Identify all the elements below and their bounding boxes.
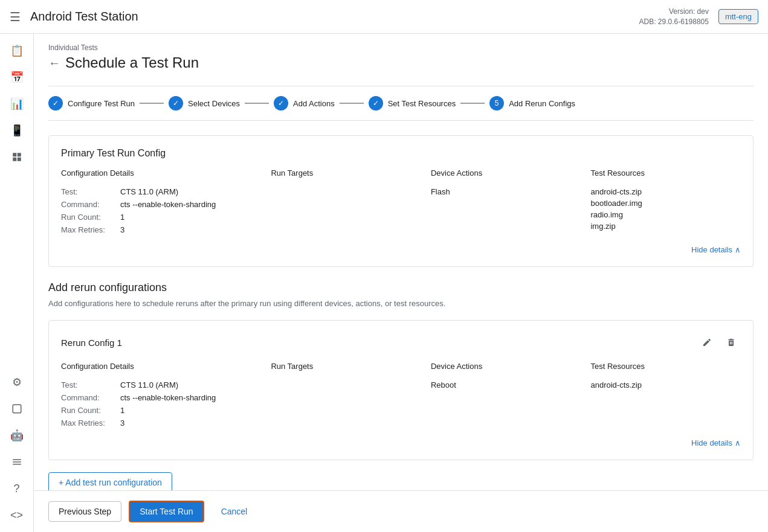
- primary-runcount-label: Run Count:: [61, 213, 115, 222]
- start-test-run-button[interactable]: Start Test Run: [129, 501, 204, 522]
- primary-col-data: Test: CTS 11.0 (ARM) Command: cts --enab…: [61, 187, 741, 238]
- rerun-section: Add rerun configurations Add configurati…: [48, 281, 753, 490]
- rerun-config-col-header: Configuration Details: [61, 362, 261, 371]
- rerun-test-value: CTS 11.0 (ARM): [120, 380, 178, 389]
- primary-maxretries-value: 3: [120, 225, 124, 234]
- step-add-actions: ✓ Add Actions: [274, 96, 335, 111]
- primary-test-resources-header: Test Resources: [590, 168, 741, 178]
- primary-run-targets: [271, 187, 421, 238]
- stepper: ✓ Configure Test Run ✓ Select Devices ✓ …: [48, 86, 753, 121]
- menu-icon[interactable]: ☰: [10, 10, 21, 24]
- rerun-section-desc: Add configurations here to schedule reru…: [48, 299, 753, 308]
- rerun-maxretries-value: 3: [120, 418, 124, 428]
- step-2-label: Select Devices: [188, 99, 240, 108]
- rerun-runcount-row: Run Count: 1: [61, 406, 261, 415]
- primary-config-card: Primary Test Run Config Configuration De…: [48, 135, 753, 267]
- primary-maxretries-label: Max Retries:: [61, 225, 115, 234]
- primary-runcount-value: 1: [120, 213, 124, 222]
- primary-device-actions-header: Device Actions: [431, 168, 581, 178]
- mtt-eng-badge[interactable]: mtt-eng: [718, 9, 758, 24]
- page-title: Schedule a Test Run: [65, 54, 199, 71]
- rerun-run-targets-header: Run Targets: [271, 362, 421, 371]
- sidebar-item-grid[interactable]: [5, 145, 29, 169]
- breadcrumb: Individual Tests: [48, 43, 753, 52]
- connector-4: [460, 103, 485, 104]
- sidebar-item-window[interactable]: [5, 397, 29, 421]
- sidebar-item-gear[interactable]: ⚙: [5, 370, 29, 394]
- step-4-label: Set Test Resources: [388, 99, 456, 108]
- rerun-command-value: cts --enable-token-sharding: [120, 393, 216, 402]
- rerun-col-headers: Configuration Details Run Targets Device…: [61, 362, 741, 376]
- step-3-circle: ✓: [274, 96, 288, 111]
- rerun-resource-0: android-cts.zip: [590, 380, 741, 389]
- primary-config-title: Primary Test Run Config: [61, 148, 741, 159]
- primary-test-resources: android-cts.zip bootloader.img radio.img…: [590, 187, 741, 238]
- sidebar-item-chart[interactable]: 📊: [5, 92, 29, 116]
- primary-resource-1: bootloader.img: [590, 199, 741, 208]
- cancel-button[interactable]: Cancel: [211, 502, 257, 521]
- rerun-edit-button[interactable]: [697, 333, 717, 352]
- primary-resource-3: img.zip: [590, 222, 741, 231]
- primary-device-actions: Flash: [431, 187, 581, 238]
- primary-command-label: Command:: [61, 200, 115, 209]
- primary-run-targets-header: Run Targets: [271, 168, 421, 178]
- version-label: Version: dev: [639, 7, 709, 17]
- connector-1: [140, 103, 164, 104]
- primary-maxretries-row: Max Retries: 3: [61, 225, 261, 234]
- rerun-delete-button[interactable]: [721, 333, 741, 352]
- step-set-resources: ✓ Set Test Resources: [369, 96, 456, 111]
- rerun-maxretries-label: Max Retries:: [61, 418, 115, 428]
- page-header: ← Schedule a Test Run: [48, 54, 753, 71]
- step-4-circle: ✓: [369, 96, 383, 111]
- step-2-circle: ✓: [169, 96, 183, 111]
- back-button[interactable]: ←: [48, 57, 60, 69]
- step-5-label: Add Rerun Configs: [509, 99, 575, 108]
- rerun-hide-details-link[interactable]: Hide details ∧: [691, 438, 741, 447]
- step-1-circle: ✓: [48, 96, 63, 111]
- add-config-button[interactable]: + Add test run configuration: [48, 472, 172, 490]
- rerun-device-actions-header: Device Actions: [431, 362, 581, 371]
- primary-resource-2: radio.img: [590, 210, 741, 219]
- primary-hide-details-link[interactable]: Hide details ∧: [691, 245, 741, 254]
- primary-test-row: Test: CTS 11.0 (ARM): [61, 187, 261, 196]
- sidebar-item-list[interactable]: [5, 450, 29, 474]
- rerun-device-actions: Reboot: [431, 380, 581, 431]
- previous-step-button[interactable]: Previous Step: [48, 501, 121, 522]
- rerun-card-header: Rerun Config 1: [61, 333, 741, 352]
- step-1-label: Configure Test Run: [68, 99, 135, 108]
- rerun-test-label: Test:: [61, 380, 115, 389]
- main-content: Individual Tests ← Schedule a Test Run ✓…: [34, 34, 768, 490]
- primary-hide-details: Hide details ∧: [61, 245, 741, 254]
- chevron-up-icon-2: ∧: [735, 438, 741, 447]
- rerun-runcount-value: 1: [120, 406, 124, 415]
- primary-test-label: Test:: [61, 187, 115, 196]
- step-rerun-configs: 5 Add Rerun Configs: [489, 96, 575, 111]
- primary-config-col-header: Configuration Details: [61, 168, 261, 178]
- rerun-col-data: Test: CTS 11.0 (ARM) Command: cts --enab…: [61, 380, 741, 431]
- primary-config-details: Test: CTS 11.0 (ARM) Command: cts --enab…: [61, 187, 261, 238]
- step-5-circle: 5: [489, 96, 504, 111]
- sidebar-item-calendar[interactable]: 📅: [5, 65, 29, 89]
- primary-test-value: CTS 11.0 (ARM): [120, 187, 178, 196]
- rerun-command-label: Command:: [61, 393, 115, 402]
- rerun-test-resources: android-cts.zip: [590, 380, 741, 431]
- connector-3: [340, 103, 364, 104]
- rerun-card-title: Rerun Config 1: [61, 338, 122, 348]
- primary-device-action-flash: Flash: [431, 187, 581, 196]
- rerun-command-row: Command: cts --enable-token-sharding: [61, 393, 261, 402]
- sidebar-item-code[interactable]: <>: [5, 503, 29, 527]
- rerun-device-action-reboot: Reboot: [431, 380, 581, 389]
- sidebar-item-help[interactable]: ?: [5, 476, 29, 501]
- sidebar-item-phone[interactable]: 📱: [5, 118, 29, 143]
- rerun-test-resources-header: Test Resources: [590, 362, 741, 371]
- rerun-test-row: Test: CTS 11.0 (ARM): [61, 380, 261, 389]
- rerun-config-details: Test: CTS 11.0 (ARM) Command: cts --enab…: [61, 380, 261, 431]
- app-title: Android Test Station: [30, 10, 630, 24]
- sidebar-item-android[interactable]: 🤖: [5, 423, 29, 447]
- rerun-section-title: Add rerun configurations: [48, 281, 753, 294]
- version-info: Version: dev ADB: 29.0.6-6198805: [639, 7, 709, 27]
- primary-runcount-row: Run Count: 1: [61, 213, 261, 222]
- rerun-run-targets: [271, 380, 421, 431]
- rerun-card-actions: [697, 333, 741, 352]
- sidebar-item-clipboard[interactable]: 📋: [5, 39, 29, 63]
